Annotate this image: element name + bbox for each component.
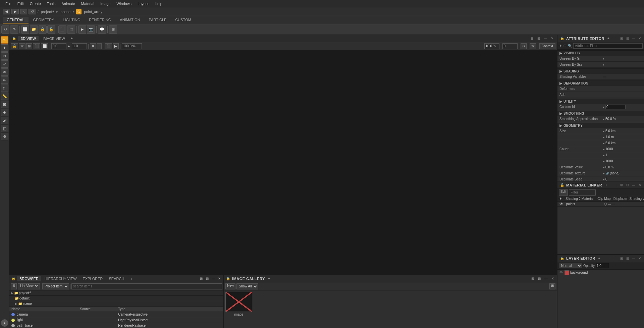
attr-min[interactable]: — (631, 36, 636, 41)
vt-refresh-btn[interactable]: ↺ (521, 43, 527, 49)
attr-tile1[interactable]: ⊞ (619, 36, 624, 41)
fov-input[interactable] (484, 43, 499, 49)
layer-lock-icon[interactable]: 🔒 (559, 256, 565, 261)
pivot-tool[interactable]: ⊕ (1, 109, 8, 116)
menu-create[interactable]: Create (27, 1, 44, 6)
attr-tile2[interactable]: ⊟ (625, 36, 630, 41)
select2-tool[interactable]: ⬚ (1, 85, 8, 92)
translate-x-input[interactable] (51, 43, 66, 49)
rotate-tool[interactable]: ↻ (1, 52, 8, 60)
attr-lock-icon[interactable]: 🔒 (559, 36, 565, 41)
list-view-select[interactable]: List View (19, 284, 39, 288)
menu-help[interactable]: Help (152, 1, 165, 6)
attr-section-header-utility[interactable]: ▶ UTILITY (557, 99, 644, 104)
btab-close[interactable]: ✕ (217, 276, 222, 281)
path-project[interactable]: project:/ (40, 10, 55, 14)
browser-view-btn[interactable]: ⊞ (11, 283, 17, 289)
mat-tile1[interactable]: ⊞ (619, 183, 624, 187)
menu-image[interactable]: Image (98, 1, 113, 6)
tab-general[interactable]: GENERAL (3, 17, 29, 23)
settings-tool[interactable]: ⚙ (1, 133, 8, 140)
scale-tool[interactable]: ⤢ (1, 60, 8, 68)
vt-eye2-btn[interactable]: 👁 (530, 43, 536, 49)
transform-tool[interactable]: ✛ (1, 44, 8, 52)
btab-tile2[interactable]: ⊟ (205, 276, 210, 281)
btab-add[interactable]: + (127, 276, 135, 281)
forward-button[interactable]: ▶ (11, 9, 19, 14)
browser-list-select[interactable]: List View (18, 283, 40, 289)
context-btn[interactable]: Context (539, 43, 555, 49)
brush-tool[interactable]: 🖌 (1, 117, 8, 124)
zoom-input[interactable] (122, 43, 142, 49)
custom-id-input[interactable] (605, 105, 626, 109)
gallery-item-image[interactable]: image (225, 292, 252, 316)
menu-file[interactable]: File (3, 1, 14, 6)
gallery-add-btn[interactable]: + (266, 276, 272, 281)
mat-lock-icon[interactable]: 🔒 (559, 182, 565, 188)
tile-btn-3[interactable]: — (543, 36, 548, 41)
mat-row-eye[interactable]: 👁 (559, 202, 566, 206)
gallery-min[interactable]: — (543, 276, 549, 281)
gallery-new-btn[interactable]: New (225, 283, 235, 289)
vt-play-btn[interactable]: ▶ (113, 43, 119, 49)
translate-y-input[interactable] (72, 43, 87, 49)
render-region-button[interactable]: ⬚ (67, 25, 75, 34)
blend-mode-select[interactable]: Normal (559, 263, 582, 268)
attr-section-header-shading[interactable]: ▶ SHADING (557, 68, 644, 74)
browser-row-path_tracer[interactable]: path_tracer RendererRaytracer (9, 323, 223, 328)
tab-3dview[interactable]: 3D VIEW (18, 36, 39, 41)
layer-min[interactable]: — (631, 256, 636, 261)
view-menu-btn[interactable]: 🔒 (11, 43, 18, 49)
view-wire-btn[interactable]: ⬜ (41, 43, 48, 49)
new-scene-button[interactable]: ⬜ (21, 25, 29, 34)
paint-tool[interactable]: ✏ (1, 76, 8, 84)
layer-close[interactable]: ✕ (637, 256, 642, 261)
msg-button[interactable]: 💬 (98, 25, 106, 34)
mat-edit-btn[interactable]: Edit (559, 189, 568, 196)
gallery-refresh-btn[interactable]: ⊞ (549, 283, 555, 289)
mat-close[interactable]: ✕ (637, 183, 642, 187)
tab-particle[interactable]: PARTICLE (145, 17, 171, 23)
btab-browser[interactable]: BROWSER (17, 276, 41, 281)
path-item[interactable]: point_array (83, 10, 103, 14)
add-view-button[interactable]: + (69, 36, 74, 41)
menu-tools[interactable]: Tools (44, 1, 58, 6)
open-button[interactable]: 📁 (30, 25, 38, 34)
close-view-button[interactable]: ✕ (549, 36, 555, 41)
btab-tile1[interactable]: ⊞ (199, 276, 204, 281)
tab-custom[interactable]: CUSTOM (171, 17, 195, 23)
attr-close[interactable]: ✕ (637, 36, 642, 41)
mat-min[interactable]: — (631, 183, 636, 187)
mat-add-btn[interactable]: + (603, 182, 609, 188)
vt-render-btn[interactable]: ⬛ (105, 43, 112, 49)
attr-section-header-visibility[interactable]: ▶ VISIBILITY (557, 50, 644, 56)
frame-input[interactable] (502, 43, 518, 49)
playback-button[interactable]: ▶ (78, 25, 86, 34)
tile-btn-1[interactable]: ⊞ (529, 36, 535, 41)
mat-tile2[interactable]: ⊟ (625, 183, 630, 187)
tile-btn-2[interactable]: ⊟ (536, 36, 541, 41)
browser-row-camera[interactable]: camera CameraPerspective (9, 312, 223, 317)
lock-browser-icon[interactable]: 🔒 (11, 276, 16, 281)
tab-geometry[interactable]: GEOMETRY (29, 17, 58, 23)
render-button[interactable]: ⬛ (58, 25, 66, 34)
undo-button[interactable]: ↺ (1, 25, 9, 34)
attr-section-header-smoothing[interactable]: ▶ SMOOTHING (557, 111, 644, 116)
mat-row-btn3[interactable]: ⋯ (612, 202, 615, 206)
menu-animate[interactable]: Animate (59, 1, 77, 6)
view-eye-btn[interactable]: 👁 (19, 43, 25, 49)
back-button[interactable]: ◀ (3, 9, 10, 14)
view-grid-btn[interactable]: ⊞ (26, 43, 32, 49)
gallery-tile2[interactable]: ⊟ (537, 276, 542, 281)
browser-scene-folder[interactable]: ▶ 📁 scene (9, 301, 223, 307)
vt-cross-btn[interactable]: ✕ (90, 43, 96, 49)
lock-button[interactable]: 🔒 (39, 25, 47, 34)
gallery-tile1[interactable]: ⊞ (530, 276, 535, 281)
menu-material[interactable]: Material (78, 1, 97, 6)
redo-button[interactable]: ↷ (10, 25, 18, 34)
gallery-show-select[interactable]: Show All (236, 283, 258, 289)
lock-gallery-icon[interactable]: 🔒 (225, 276, 231, 281)
browser-row-light[interactable]: light LightPhysicalDistant (9, 317, 223, 323)
tab-lighting[interactable]: LIGHTING (59, 17, 84, 23)
mat-filter-input[interactable] (569, 189, 596, 196)
